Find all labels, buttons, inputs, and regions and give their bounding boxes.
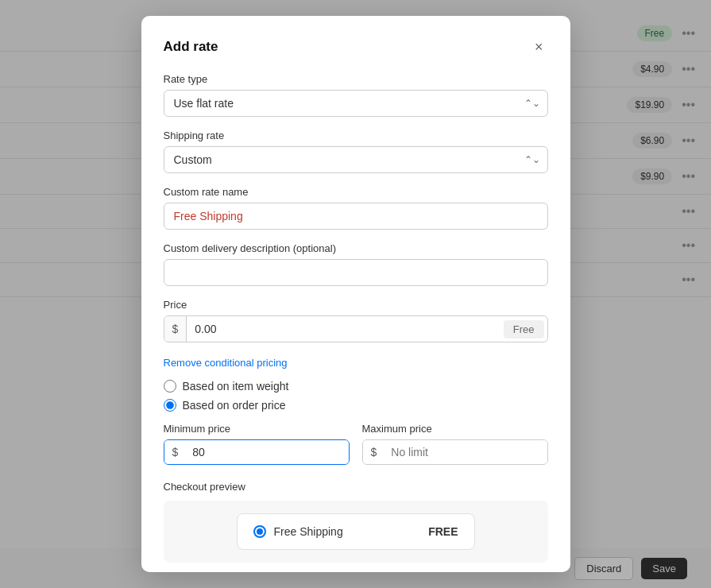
custom-rate-name-input[interactable] bbox=[164, 203, 548, 230]
checkout-radio-icon bbox=[253, 525, 266, 538]
checkout-radio-inner bbox=[257, 528, 263, 535]
min-price-label: Minimum price bbox=[164, 423, 350, 435]
min-price-wrapper: $ bbox=[164, 439, 350, 465]
delivery-desc-label: Custom delivery description (optional) bbox=[164, 242, 548, 254]
checkout-card: Free Shipping FREE bbox=[237, 513, 475, 550]
radio-order-price-input[interactable] bbox=[164, 399, 176, 412]
min-max-price-row: Minimum price $ Maximum price $ bbox=[164, 423, 548, 465]
radio-group: Based on item weight Based on order pric… bbox=[164, 380, 548, 412]
checkout-left: Free Shipping bbox=[253, 525, 343, 538]
price-input[interactable] bbox=[187, 316, 500, 342]
remove-conditional-pricing-link[interactable]: Remove conditional pricing bbox=[164, 357, 288, 369]
max-price-label: Maximum price bbox=[362, 423, 548, 435]
shipping-rate-select-wrapper: Custom ⌃⌄ bbox=[164, 146, 548, 173]
checkout-preview-section: Checkout preview Free Shipping FREE bbox=[164, 481, 548, 563]
radio-item-weight-input[interactable] bbox=[164, 380, 176, 393]
custom-rate-name-label: Custom rate name bbox=[164, 186, 548, 198]
max-price-input[interactable] bbox=[384, 440, 547, 464]
radio-item-weight[interactable]: Based on item weight bbox=[164, 380, 548, 393]
checkout-price: FREE bbox=[428, 525, 458, 538]
price-label: Price bbox=[164, 299, 548, 311]
price-group: Price $ Free bbox=[164, 299, 548, 342]
radio-item-weight-label: Based on item weight bbox=[183, 380, 289, 393]
min-price-col: Minimum price $ bbox=[164, 423, 350, 465]
delivery-desc-group: Custom delivery description (optional) bbox=[164, 242, 548, 286]
min-price-input[interactable] bbox=[186, 440, 348, 464]
max-price-dollar-sign: $ bbox=[363, 440, 385, 464]
rate-type-select[interactable]: Use flat rate bbox=[164, 90, 548, 117]
min-price-dollar-sign: $ bbox=[164, 440, 187, 464]
rate-type-label: Rate type bbox=[164, 73, 548, 85]
price-dollar-sign: $ bbox=[164, 316, 187, 342]
radio-order-price-label: Based on order price bbox=[183, 399, 286, 412]
checkout-shipping-name: Free Shipping bbox=[274, 525, 343, 538]
checkout-preview-area: Free Shipping FREE bbox=[164, 501, 548, 563]
rate-type-group: Rate type Use flat rate ⌃⌄ bbox=[164, 73, 548, 117]
modal-overlay: Add rate × Rate type Use flat rate ⌃⌄ Sh… bbox=[0, 0, 711, 588]
shipping-rate-select[interactable]: Custom bbox=[164, 146, 548, 173]
modal-title: Add rate bbox=[164, 39, 218, 55]
delivery-desc-input[interactable] bbox=[164, 259, 548, 286]
free-badge: Free bbox=[504, 320, 544, 338]
rate-type-select-wrapper: Use flat rate ⌃⌄ bbox=[164, 90, 548, 117]
custom-rate-name-group: Custom rate name bbox=[164, 186, 548, 230]
shipping-rate-label: Shipping rate bbox=[164, 130, 548, 141]
price-input-wrapper: $ Free bbox=[164, 315, 548, 342]
modal-header: Add rate × bbox=[164, 38, 548, 56]
close-button[interactable]: × bbox=[530, 38, 548, 56]
shipping-rate-group: Shipping rate Custom ⌃⌄ bbox=[164, 130, 548, 173]
checkout-preview-label: Checkout preview bbox=[164, 481, 548, 493]
max-price-wrapper: $ bbox=[362, 439, 548, 465]
max-price-col: Maximum price $ bbox=[362, 423, 548, 465]
add-rate-modal: Add rate × Rate type Use flat rate ⌃⌄ Sh… bbox=[141, 16, 570, 572]
radio-item-order-price[interactable]: Based on order price bbox=[164, 399, 548, 412]
